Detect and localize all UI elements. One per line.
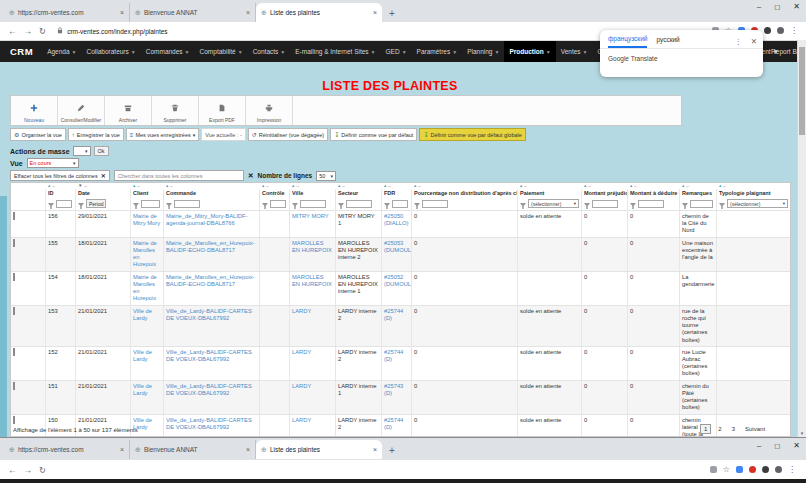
impression-button[interactable]: Impression [246,96,293,125]
tab-close-icon[interactable]: × [246,9,250,16]
column-header-date[interactable]: Date [76,189,131,197]
table-row[interactable]: 15121/01/2021Ville de LardyVille_de_Lard… [11,380,790,414]
nav-item-contacts[interactable]: Contacts▼ [248,41,291,62]
page-button-2[interactable]: 2 [715,425,724,433]
cell-link-commande[interactable]: Ville_de_Lardy-BALIDF-CARTES DE VOEUX-DB… [166,308,252,321]
sort-asc-icon[interactable]: ▴ [166,184,168,188]
nav-item-agenda[interactable]: Agenda▼ [42,41,81,62]
sort-clear-icon[interactable]: − [418,184,421,188]
clear-search-icon[interactable]: ✕ [248,172,254,180]
reload-icon-2[interactable]: ↻ [39,465,46,475]
row-checkbox[interactable] [13,416,15,424]
translate-lang-russian[interactable]: русский [656,36,679,47]
nav-item-collaborateurs[interactable]: Collaborateurs▼ [82,41,141,62]
column-header-prejudice[interactable]: Montant préjudice [582,189,628,197]
vue-select[interactable]: En cours▾ [27,158,79,168]
mes-vues-enregistr-es-button[interactable]: ≡Mes vues enregistrées▾ [126,128,199,141]
page-button-3[interactable]: 3 [729,425,738,433]
cell-link-commande[interactable]: Mairie_de_Marolles_en_Hurepoix-BALIDF-EC… [166,240,255,253]
sort-asc-icon[interactable]: ▴ [262,184,264,188]
filter-select-paiement[interactable]: (sélectionner)▾ [528,199,579,208]
cell-link-fdr[interactable]: #25050 (DIALLO) [384,213,408,226]
sort-clear-icon[interactable]: − [296,184,299,188]
extension-dark-icon[interactable] [764,27,771,34]
mass-actions-select[interactable]: ▾ [73,146,91,156]
sort-asc-icon[interactable]: ▴ [292,184,294,188]
maximize-button-2[interactable]: ▢ [774,442,780,450]
column-header-client[interactable]: Client [131,189,164,197]
sort-clear-icon[interactable]: − [137,184,140,188]
cell-link-ville[interactable]: LARDY [292,349,311,355]
sort-asc-icon[interactable]: ▴ [48,184,50,188]
table-row[interactable]: 15518/01/2021Mairie de Marolles en Hurep… [11,237,790,271]
row-checkbox[interactable] [13,212,15,220]
scrollbar-thumb[interactable] [799,47,805,135]
translate-lang-french[interactable]: французский [608,35,647,48]
cell-link-ville[interactable]: MITRY MORY [292,213,329,219]
column-header-controle[interactable]: Contrôle [260,189,290,197]
nav-item-production[interactable]: Production▼ [504,41,555,62]
tab-close-icon[interactable]: × [120,446,124,453]
sort-clear-icon[interactable]: − [388,184,391,188]
filter-funnel-icon[interactable] [414,197,420,210]
sort-asc-icon[interactable]: ▴ [682,184,684,188]
cell-link-client[interactable]: Ville de Lardy [133,349,152,362]
sort-asc-icon[interactable]: ▴ [384,184,386,188]
browser-tab-2[interactable]: ⊕Bienvenue ANNAT× [130,440,256,459]
bookmark-star-icon[interactable]: ☆ [723,466,730,473]
cell-link-commande[interactable]: Mairie_de_Marolles_en_Hurepoix-BALIDF-EC… [166,274,255,287]
cell-link-fdr[interactable]: #25053 (DUMOULIN) [384,240,412,253]
table-row[interactable]: 15021/01/2021Ville de LardyVille_de_Lard… [11,414,790,437]
filter-input-ville[interactable] [300,200,326,208]
sort-clear-icon[interactable]: − [84,184,87,188]
cell-link-commande[interactable]: Ville_de_Lardy-BALIDF-CARTES DE VOEUX-DB… [166,417,252,430]
sort-clear-icon[interactable]: − [266,184,269,188]
cell-link-ville[interactable]: MAROLLES EN HUREPOIX [292,240,332,253]
period-button[interactable]: Period [86,199,106,208]
nav-item-ventes[interactable]: Ventes▼ [556,41,593,62]
browser-tab-3[interactable]: ⊕Liste des plaintes× [256,440,382,459]
scrollbar-down-icon[interactable]: ▾ [798,430,806,436]
sort-clear-icon[interactable]: − [170,184,173,188]
column-header-paiement[interactable]: Paiement [518,189,582,197]
column-header-cb[interactable] [11,189,46,197]
column-header-pct[interactable]: Pourcentage non distribution d'après cli… [412,189,518,197]
extension-red-icon[interactable] [749,466,756,473]
sort-asc-icon[interactable]: ▴ [338,184,340,188]
tab-close-icon[interactable]: × [373,446,377,453]
close-button-2[interactable]: ✕ [793,441,800,450]
nav-item-ged[interactable]: GED▼ [381,41,412,62]
filter-funnel-icon[interactable] [384,197,390,210]
filter-funnel-icon[interactable] [520,197,526,210]
supprimer-button[interactable]: Supprimer [152,96,199,125]
profile-icon[interactable] [775,466,782,473]
filter-input-fdr[interactable] [392,200,408,208]
filter-input-pct[interactable] [422,200,448,208]
vertical-scrollbar[interactable]: ▾ [797,40,806,437]
rows-count-select[interactable]: 50▾ [316,171,336,181]
sort-asc-icon[interactable]: ▴ [630,184,632,188]
nouveau-button[interactable]: Nouveau [11,96,58,125]
filter-input-client[interactable] [141,200,160,208]
filter-funnel-icon[interactable] [48,197,54,210]
cell-link-commande[interactable]: Ville_de_Lardy-BALIDF-CARTES DE VOEUX-DB… [166,349,252,362]
new-tab-button[interactable]: + [389,445,395,456]
d-finir-comme-vue-par-d-faut-button[interactable]: ↧Définir comme vue par défaut [330,128,417,141]
r-initialiser-vue-d-gag-e--button[interactable]: ↺Réinitialiser (vue dégagée) [248,128,328,141]
sort-clear-icon[interactable]: − [524,184,527,188]
sort-asc-icon[interactable]: ▴ [133,184,135,188]
cell-link-client[interactable]: Ville de Lardy [133,308,152,321]
filter-funnel-icon[interactable] [338,197,344,210]
cell-link-fdr[interactable]: #25744 (D) [384,417,403,430]
extension-blue-icon[interactable] [736,466,743,473]
cell-link-ville[interactable]: MAROLLES EN HUREPOIX [292,274,332,287]
filter-funnel-icon[interactable] [166,197,172,210]
extension-dark-icon[interactable] [762,466,769,473]
enregistrer-la-vue-button[interactable]: ↑Enregistrer la vue [68,128,124,141]
filter-funnel-icon[interactable] [292,197,298,210]
back-icon[interactable]: ← [8,26,17,36]
cell-link-fdr[interactable]: #25744 (D) [384,349,403,362]
column-header-fdr[interactable]: FDR [382,189,412,197]
sort-asc-icon[interactable]: ▴ [414,184,416,188]
filter-input-id[interactable] [56,200,72,208]
